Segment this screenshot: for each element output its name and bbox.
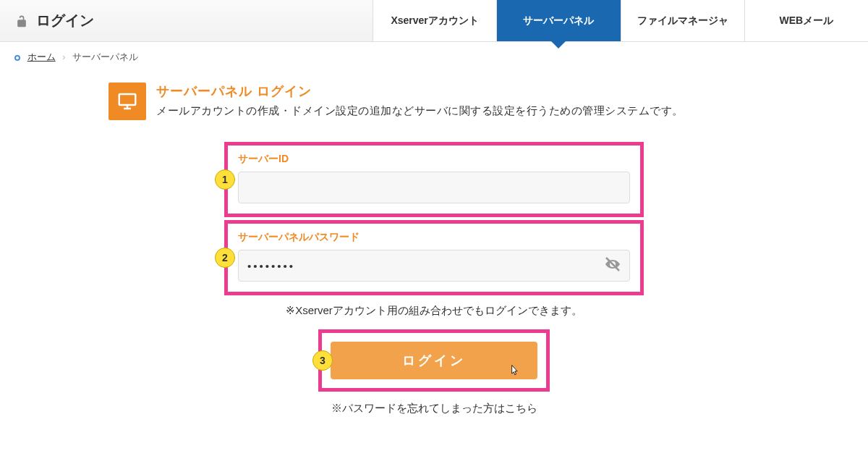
server-panel-icon (109, 83, 146, 120)
password-input[interactable] (238, 250, 630, 282)
login-form: 1 サーバーID 2 サーバーパネルパスワード ※Xserverアカウント用の組… (224, 142, 644, 416)
main: サーバーパネル ログイン メールアカウントの作成・ドメイン設定の追加などサーバに… (0, 72, 868, 416)
server-id-label: サーバーID (238, 153, 630, 166)
breadcrumb-separator-icon: › (62, 51, 65, 62)
forgot-password-link[interactable]: ※パスワードを忘れてしまった方はこちら (224, 402, 644, 416)
intro-text: サーバーパネル ログイン メールアカウントの作成・ドメイン設定の追加などサーバに… (156, 83, 684, 118)
server-id-input[interactable] (238, 172, 630, 203)
unlock-icon (14, 14, 29, 28)
tab-xserver-account[interactable]: Xserverアカウント (373, 0, 496, 41)
password-label: サーバーパネルパスワード (238, 231, 630, 244)
tab-file-manager[interactable]: ファイルマネージャ (621, 0, 744, 41)
tab-web-mail[interactable]: WEBメール (744, 0, 868, 41)
tab-server-panel[interactable]: サーバーパネル (496, 0, 620, 41)
breadcrumb-current: サーバーパネル (72, 51, 138, 62)
password-field-wrap: 2 サーバーパネルパスワード (224, 220, 644, 295)
login-hint: ※Xserverアカウント用の組み合わせでもログインできます。 (224, 304, 644, 318)
intro-title: サーバーパネル ログイン (156, 83, 684, 100)
header-bar: ログイン Xserverアカウント サーバーパネル ファイルマネージャ WEBメ… (0, 0, 868, 42)
intro-desc: メールアカウントの作成・ドメイン設定の追加などサーバに関する設定を行うための管理… (156, 104, 684, 118)
submit-wrap: 3 ログイン (318, 329, 550, 392)
breadcrumb: ホーム › サーバーパネル (0, 42, 868, 72)
page-title-block: ログイン (0, 0, 373, 41)
breadcrumb-home-link[interactable]: ホーム (27, 51, 56, 62)
svg-rect-0 (119, 94, 136, 105)
cursor-pointer-icon (507, 363, 522, 378)
annotation-2: 2 (215, 248, 235, 268)
nav-tabs: Xserverアカウント サーバーパネル ファイルマネージャ WEBメール (373, 0, 868, 41)
breadcrumb-bullet-icon (14, 55, 20, 61)
toggle-password-visibility-icon[interactable] (604, 256, 621, 276)
intro-block: サーバーパネル ログイン メールアカウントの作成・ドメイン設定の追加などサーバに… (0, 72, 868, 135)
server-id-field-wrap: 1 サーバーID (224, 142, 644, 217)
annotation-1: 1 (215, 169, 235, 190)
page-title: ログイン (36, 11, 94, 30)
annotation-3: 3 (312, 350, 333, 371)
